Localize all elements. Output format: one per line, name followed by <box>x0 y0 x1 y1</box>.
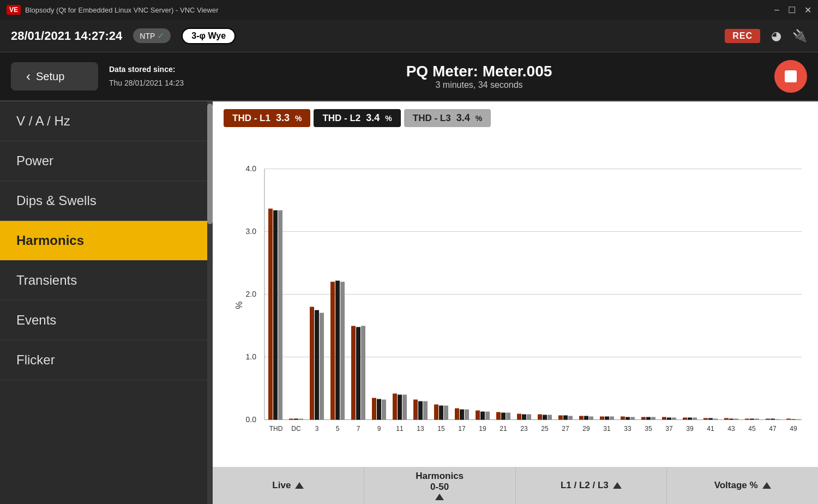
thd-l1-label: THD - L1 <box>232 113 270 124</box>
thd-l3-badge: THD - L3 3.4 % <box>404 109 491 127</box>
thd-l3-value: 3.4 <box>456 112 470 124</box>
stop-button[interactable] <box>774 60 807 93</box>
svg-rect-38 <box>393 394 397 420</box>
sidebar-scrollbar[interactable] <box>207 101 213 504</box>
svg-rect-103 <box>729 419 733 420</box>
svg-text:15: 15 <box>437 425 445 433</box>
data-stored-label: Data stored since: <box>109 65 175 74</box>
meter-title-area: PQ Meter: Meter.005 3 minutes, 34 second… <box>195 63 763 90</box>
svg-text:11: 11 <box>396 425 404 433</box>
svg-rect-110 <box>766 419 770 420</box>
thd-l1-badge: THD - L1 3.3 % <box>224 109 310 127</box>
svg-text:7: 7 <box>357 425 360 433</box>
svg-rect-47 <box>439 406 443 420</box>
sidebar-item-dips-swells[interactable]: Dips & Swells <box>0 181 213 221</box>
wifi-icon: ◕ <box>771 29 781 43</box>
svg-rect-55 <box>480 412 485 420</box>
svg-rect-84 <box>630 417 635 420</box>
phase-select-button[interactable]: L1 / L2 / L3 <box>516 467 667 504</box>
svg-text:3.0: 3.0 <box>246 227 257 236</box>
harmonics-range-button[interactable]: Harmonics0-50 <box>364 467 516 504</box>
svg-text:DC: DC <box>291 425 301 433</box>
svg-rect-14 <box>268 209 273 420</box>
svg-text:27: 27 <box>562 425 569 433</box>
svg-rect-34 <box>372 398 376 420</box>
live-button[interactable]: Live <box>213 467 364 504</box>
svg-rect-111 <box>771 419 775 420</box>
svg-rect-96 <box>693 418 697 420</box>
close-button[interactable]: ✕ <box>804 5 811 15</box>
live-arrow-icon <box>295 482 304 489</box>
svg-text:13: 13 <box>417 425 424 433</box>
phase-select-label: L1 / L2 / L3 <box>561 480 609 491</box>
ntp-label: NTP <box>140 32 155 40</box>
svg-rect-56 <box>485 412 490 420</box>
svg-rect-30 <box>351 326 356 420</box>
sidebar-item-power[interactable]: Power <box>0 141 213 181</box>
harmonics-range-label: Harmonics0-50 <box>416 471 464 493</box>
sidebar-item-harmonics[interactable]: Harmonics <box>0 221 213 261</box>
svg-text:0.0: 0.0 <box>246 415 257 424</box>
svg-rect-72 <box>568 416 573 420</box>
svg-text:41: 41 <box>707 425 714 433</box>
headerbar: ‹ Setup Data stored since: Thu 28/01/202… <box>0 52 818 101</box>
thd-l1-unit: % <box>295 114 302 123</box>
sidebar-item-events[interactable]: Events <box>0 301 213 340</box>
svg-text:THD: THD <box>269 425 283 433</box>
unit-select-label: Voltage % <box>714 480 758 491</box>
svg-rect-32 <box>361 326 365 420</box>
svg-text:39: 39 <box>686 425 694 433</box>
svg-text:45: 45 <box>748 425 756 433</box>
unit-select-button[interactable]: Voltage % <box>667 467 818 504</box>
sidebar-item-v-a-hz[interactable]: V / A / Hz <box>0 101 213 141</box>
svg-text:19: 19 <box>479 425 486 433</box>
minimize-button[interactable]: – <box>774 5 779 15</box>
svg-rect-115 <box>791 419 796 420</box>
svg-text:4.0: 4.0 <box>246 164 257 173</box>
svg-rect-35 <box>377 399 381 420</box>
svg-rect-83 <box>625 417 630 420</box>
svg-rect-18 <box>289 419 293 420</box>
sidebar-item-transients[interactable]: Transients <box>0 261 213 301</box>
svg-text:35: 35 <box>645 425 652 433</box>
svg-text:49: 49 <box>790 425 797 433</box>
svg-rect-63 <box>522 415 526 420</box>
titlebar: VE Blopsody (Qt for Embedded Linux VNC S… <box>0 0 818 20</box>
svg-rect-108 <box>755 419 759 420</box>
svg-rect-42 <box>413 400 418 420</box>
harmonics-svg: 0.0 1.0 2.0 3.0 4.0 % THD <box>234 133 807 467</box>
sidebar-item-flicker[interactable]: Flicker <box>0 340 213 380</box>
svg-text:3: 3 <box>315 425 319 433</box>
meter-title: PQ Meter: Meter.005 <box>195 63 763 80</box>
svg-rect-104 <box>734 419 738 420</box>
svg-text:47: 47 <box>769 425 777 433</box>
setup-button[interactable]: ‹ Setup <box>11 62 98 91</box>
svg-rect-28 <box>340 282 345 420</box>
unit-arrow-icon <box>762 482 771 489</box>
svg-rect-76 <box>589 417 593 420</box>
app-icon: VE <box>7 5 21 15</box>
svg-text:9: 9 <box>377 425 381 433</box>
svg-rect-99 <box>708 418 713 420</box>
thd-l2-label: THD - L2 <box>322 113 360 124</box>
svg-rect-23 <box>315 310 319 420</box>
statusbar: 28/01/2021 14:27:24 NTP✓ 3-φ Wye REC ◕ 🔌 <box>0 20 818 52</box>
harmonics-chart: 0.0 1.0 2.0 3.0 4.0 % THD <box>213 127 818 467</box>
svg-rect-59 <box>501 413 506 420</box>
svg-rect-106 <box>745 419 749 420</box>
svg-rect-62 <box>517 414 521 420</box>
sidebar: V / A / Hz Power Dips & Swells Harmonics… <box>0 101 213 504</box>
thd-l3-unit: % <box>476 114 482 123</box>
rec-badge: REC <box>725 29 760 43</box>
svg-rect-15 <box>273 211 278 420</box>
svg-rect-54 <box>476 411 480 420</box>
svg-text:37: 37 <box>665 425 673 433</box>
svg-rect-78 <box>600 417 604 420</box>
maximize-button[interactable]: ☐ <box>788 5 796 15</box>
svg-rect-64 <box>527 415 531 420</box>
svg-text:25: 25 <box>541 425 549 433</box>
thd-bar: THD - L1 3.3 % THD - L2 3.4 % THD - L3 3… <box>213 101 818 127</box>
svg-rect-74 <box>579 416 584 420</box>
bottom-toolbar: Live Harmonics0-50 L1 / L2 / L3 Voltage … <box>213 467 818 504</box>
back-arrow-icon: ‹ <box>26 69 31 84</box>
